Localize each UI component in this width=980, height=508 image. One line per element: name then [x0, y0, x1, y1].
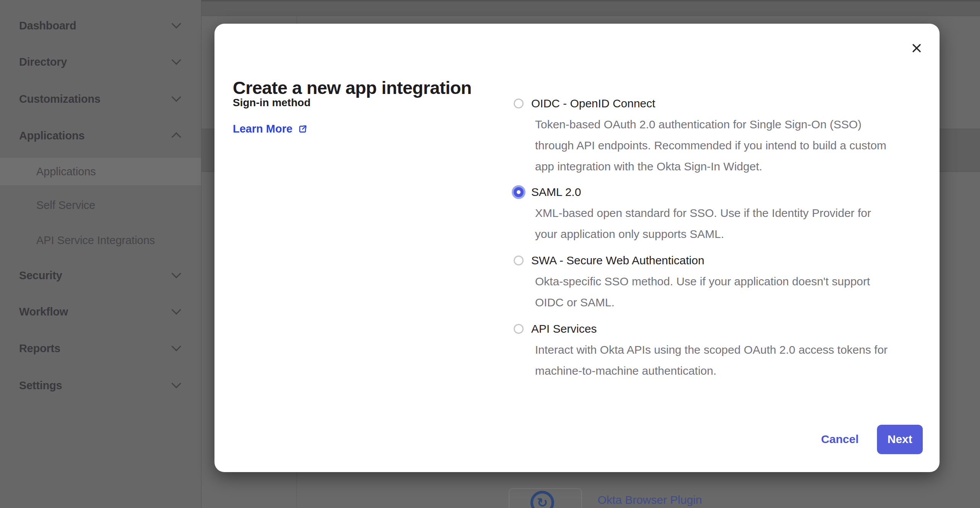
option-api-services-head[interactable]: API Services	[510, 320, 922, 338]
option-saml: SAML 2.0 XML-based open standard for SSO…	[510, 183, 922, 244]
option-label: OIDC - OpenID Connect	[531, 97, 655, 110]
create-app-integration-modal: Create a new app integration Sign-in met…	[214, 24, 940, 472]
option-description: Okta-specific SSO method. Use if your ap…	[535, 271, 920, 313]
radio-swa[interactable]	[514, 256, 524, 265]
radio-saml[interactable]	[514, 187, 524, 197]
option-description: XML-based open standard for SSO. Use if …	[535, 202, 920, 244]
option-swa-head[interactable]: SWA - Secure Web Authentication	[510, 251, 922, 270]
option-description: Interact with Okta APIs using the scoped…	[535, 339, 920, 381]
option-saml-head[interactable]: SAML 2.0	[510, 183, 922, 201]
external-link-icon	[298, 124, 308, 134]
radio-oidc[interactable]	[514, 99, 524, 108]
learn-more-link[interactable]: Learn More	[233, 123, 308, 135]
option-swa: SWA - Secure Web Authentication Okta-spe…	[510, 251, 922, 313]
screen: Dashboard Directory Customizations Appli…	[0, 0, 980, 508]
close-button[interactable]	[908, 40, 925, 57]
option-label: SWA - Secure Web Authentication	[531, 254, 704, 267]
option-label: SAML 2.0	[531, 186, 581, 199]
option-oidc: OIDC - OpenID Connect Token-based OAuth …	[510, 94, 922, 177]
option-oidc-head[interactable]: OIDC - OpenID Connect	[510, 94, 922, 113]
option-label: API Services	[531, 322, 597, 335]
modal-title: Create a new app integration	[233, 77, 472, 98]
modal-footer: Cancel Next	[821, 424, 923, 454]
sign-in-method-label: Sign-in method	[233, 97, 311, 109]
option-description: Token-based OAuth 2.0 authentication for…	[535, 114, 920, 177]
learn-more-label: Learn More	[233, 123, 292, 135]
cancel-button[interactable]: Cancel	[821, 433, 859, 446]
radio-api-services[interactable]	[514, 324, 524, 334]
option-api-services: API Services Interact with Okta APIs usi…	[510, 320, 922, 381]
next-button[interactable]: Next	[877, 425, 923, 454]
close-icon	[910, 42, 923, 55]
